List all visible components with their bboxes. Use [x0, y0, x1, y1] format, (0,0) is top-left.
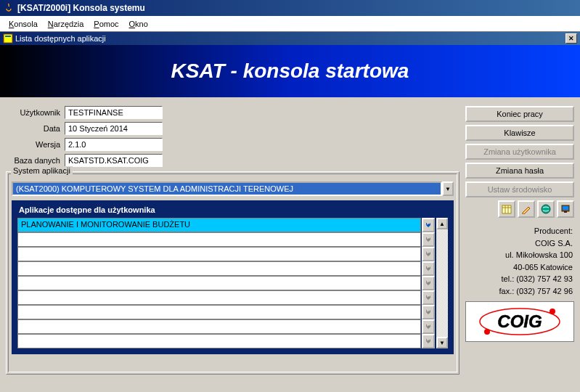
java-icon — [3, 2, 15, 14]
user-label: Użytkownik — [6, 108, 60, 117]
list-item[interactable] — [17, 261, 435, 276]
scroll-up-icon[interactable]: ▲ — [436, 218, 448, 229]
scroll-down-icon[interactable]: ▼ — [436, 337, 448, 348]
list-item[interactable] — [17, 232, 435, 247]
list-item-label — [17, 319, 421, 334]
producer-label: Producent: — [465, 225, 573, 237]
svg-rect-1 — [5, 36, 11, 37]
run-icon[interactable] — [422, 290, 435, 305]
list-item-label — [17, 290, 421, 305]
run-icon[interactable] — [422, 232, 435, 247]
producer-city: 40-065 Katowice — [465, 261, 573, 274]
change-password-button[interactable]: Zmiana hasła — [465, 163, 574, 179]
scroll-track[interactable] — [436, 229, 448, 337]
svg-point-12 — [550, 309, 555, 314]
dropdown-arrow-icon[interactable]: ▼ — [442, 181, 454, 196]
system-selected: (KSAT2000) KOMPUTEROWY SYSTEM DLA ADMINI… — [12, 181, 442, 196]
system-group: System aplikacji (KSAT2000) KOMPUTEROWY … — [6, 171, 459, 375]
version-label: Wersja — [6, 140, 60, 149]
set-env-button: Ustaw środowisko — [465, 181, 574, 197]
run-icon[interactable] — [422, 218, 435, 232]
list-item[interactable]: PLANOWANIE I MONITOROWANIE BUDŻETU — [17, 218, 435, 232]
monitor-icon[interactable] — [557, 200, 574, 218]
window-title: [KSAT/2000i] Konsola systemu — [17, 3, 145, 13]
scrollbar[interactable]: ▲ ▼ — [436, 218, 448, 348]
list-item-label: PLANOWANIE I MONITOROWANIE BUDŻETU — [17, 218, 421, 232]
list-item-label — [17, 305, 421, 319]
subwindow-close-button[interactable]: ✕ — [565, 33, 577, 44]
svg-text:COIG: COIG — [497, 311, 542, 331]
producer-info: Producent: COIG S.A. ul. Mikołowska 100 … — [465, 225, 574, 297]
run-icon[interactable] — [422, 305, 435, 319]
run-icon[interactable] — [422, 319, 435, 334]
menu-narzedzia[interactable]: Narzędzia — [44, 18, 89, 30]
menu-okno[interactable]: Okno — [125, 18, 152, 30]
producer-street: ul. Mikołowska 100 — [465, 249, 573, 261]
list-item[interactable] — [17, 247, 435, 261]
end-work-button[interactable]: Koniec pracy — [465, 106, 574, 122]
menu-konsola[interactable]: Konsola — [4, 18, 42, 30]
calendar-icon[interactable] — [498, 200, 515, 218]
menubar: Konsola Narzędzia Pomoc Okno — [0, 16, 580, 32]
producer-name: COIG S.A. — [465, 237, 573, 250]
form-icon — [3, 33, 13, 44]
list-item-label — [17, 276, 421, 290]
svg-rect-0 — [4, 34, 12, 43]
svg-rect-8 — [563, 206, 568, 210]
producer-fax: fax.: (032) 757 42 96 — [465, 285, 573, 298]
list-item[interactable] — [17, 319, 435, 334]
svg-point-11 — [484, 329, 490, 335]
coig-logo: COIG — [465, 301, 574, 342]
list-item-label — [17, 232, 421, 247]
globe-icon[interactable] — [537, 200, 555, 218]
list-item[interactable] — [17, 276, 435, 290]
pencil-icon[interactable] — [518, 200, 535, 218]
keys-button[interactable]: Klawisze — [465, 125, 574, 141]
version-value: 2.1.0 — [65, 138, 163, 151]
system-dropdown[interactable]: (KSAT2000) KOMPUTEROWY SYSTEM DLA ADMINI… — [12, 181, 454, 196]
date-label: Data — [6, 124, 60, 133]
subwindow-title: Lista dostępnych aplikacji — [15, 34, 106, 43]
list-item[interactable] — [17, 290, 435, 305]
list-item[interactable] — [17, 334, 435, 348]
user-value: TESTFINANSE — [65, 106, 163, 119]
svg-rect-2 — [502, 205, 511, 213]
system-group-label: System aplikacji — [11, 166, 73, 175]
run-icon[interactable] — [422, 276, 435, 290]
apps-list: PLANOWANIE I MONITOROWANIE BUDŻETU — [17, 218, 435, 348]
run-icon[interactable] — [422, 261, 435, 276]
list-item-label — [17, 247, 421, 261]
run-icon[interactable] — [422, 247, 435, 261]
list-item-label — [17, 334, 421, 348]
producer-tel: tel.: (032) 757 42 93 — [465, 273, 573, 285]
svg-rect-9 — [564, 211, 567, 213]
list-item[interactable] — [17, 305, 435, 319]
db-label: Baza danych — [6, 156, 60, 165]
svg-point-6 — [542, 205, 550, 213]
change-user-button: Zmiana użytkownika — [465, 144, 574, 160]
db-value: KSATSTD.KSAT.COIG — [65, 154, 163, 167]
run-icon[interactable] — [422, 334, 435, 348]
date-value: 10 Styczeń 2014 — [65, 122, 163, 135]
banner: KSAT - konsola startowa — [0, 45, 580, 97]
subwindow-titlebar: Lista dostępnych aplikacji ✕ — [0, 32, 580, 45]
apps-title: Aplikacje dostępne dla użytkownika — [17, 203, 448, 218]
outer-titlebar: [KSAT/2000i] Konsola systemu — [0, 0, 580, 16]
menu-pomoc[interactable]: Pomoc — [89, 18, 123, 30]
list-item-label — [17, 261, 421, 276]
